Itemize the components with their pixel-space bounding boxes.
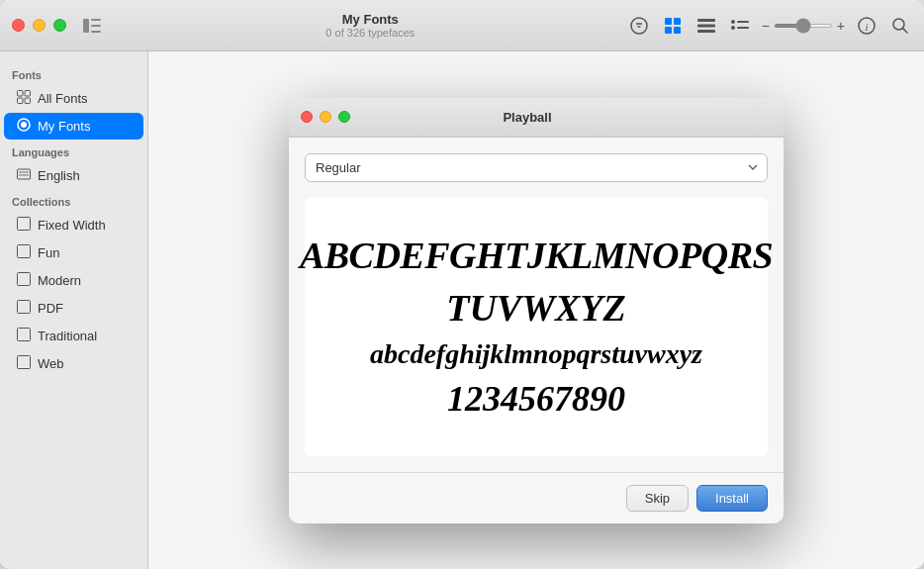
- sidebar-item-english[interactable]: English: [4, 162, 143, 189]
- modal-close-button[interactable]: [301, 111, 313, 123]
- filter-icon[interactable]: [627, 14, 651, 38]
- svg-rect-26: [25, 98, 31, 104]
- traditional-icon: [16, 328, 32, 344]
- fixed-width-label: Fixed Width: [38, 218, 106, 233]
- close-button[interactable]: [12, 19, 25, 32]
- maximize-button[interactable]: [53, 19, 66, 32]
- bullet-list-icon[interactable]: [728, 14, 752, 38]
- web-icon: [16, 355, 32, 372]
- modal-title: Playball: [362, 110, 693, 125]
- title-bar: My Fonts 0 of 326 typefaces: [0, 0, 924, 51]
- svg-rect-34: [18, 273, 31, 286]
- svg-rect-1: [91, 19, 101, 21]
- title-info: My Fonts 0 of 326 typefaces: [114, 12, 627, 39]
- svg-rect-25: [18, 98, 24, 104]
- svg-point-4: [631, 18, 647, 34]
- list-view-icon[interactable]: [694, 14, 718, 38]
- svg-rect-33: [18, 245, 31, 258]
- info-icon[interactable]: i: [855, 14, 878, 38]
- app-title: My Fonts: [342, 12, 399, 27]
- svg-rect-29: [18, 169, 31, 179]
- sidebar-item-my-fonts[interactable]: My Fonts: [4, 113, 143, 140]
- sidebar-item-fun[interactable]: Fun: [4, 239, 143, 266]
- all-fonts-icon: [16, 90, 32, 107]
- all-fonts-label: All Fonts: [38, 91, 88, 106]
- minimize-button[interactable]: [33, 19, 46, 32]
- web-label: Web: [38, 356, 64, 371]
- sidebar-item-pdf[interactable]: PDF: [4, 295, 143, 322]
- preview-line-3: abcdefghijklmnopqrstuvwxyz: [300, 334, 773, 373]
- font-preview: ABCDEFGHTJKLMNOPQRS TUVWXYZ abcdefghijkl…: [305, 198, 768, 456]
- svg-rect-10: [665, 27, 672, 34]
- modal-title-bar: Playball: [289, 98, 784, 138]
- modal-maximize-button[interactable]: [338, 111, 350, 123]
- sidebar-toggle-button[interactable]: [78, 12, 106, 40]
- svg-point-15: [731, 20, 735, 24]
- my-fonts-icon: [16, 118, 32, 135]
- sidebar-item-web[interactable]: Web: [4, 350, 143, 377]
- fonts-section-header: Fonts: [0, 63, 147, 84]
- app-window: My Fonts 0 of 326 typefaces: [0, 0, 924, 569]
- preview-line-1: ABCDEFGHTJKLMNOPQRS: [300, 230, 773, 282]
- svg-rect-9: [674, 18, 681, 25]
- font-install-modal: Playball Regular Bold Italic Bold Italic: [289, 98, 784, 523]
- modern-label: Modern: [38, 273, 81, 288]
- sidebar-item-traditional[interactable]: Traditional: [4, 323, 143, 349]
- svg-rect-36: [18, 329, 31, 341]
- svg-text:i: i: [865, 20, 868, 32]
- preview-line-2: TUVWXYZ: [300, 282, 773, 334]
- svg-rect-14: [697, 30, 715, 33]
- slider-max-label: +: [837, 18, 845, 34]
- main-content: Playball Regular Bold Italic Bold Italic: [148, 51, 924, 569]
- svg-rect-32: [18, 218, 31, 231]
- svg-rect-3: [91, 31, 101, 33]
- my-fonts-label: My Fonts: [38, 119, 90, 134]
- svg-point-28: [21, 122, 27, 128]
- fun-icon: [16, 244, 32, 261]
- fun-label: Fun: [38, 245, 59, 260]
- modal-traffic-lights: [301, 111, 350, 123]
- size-slider-container: − +: [762, 18, 845, 34]
- preview-line-4: 1234567890: [300, 374, 773, 424]
- install-button[interactable]: Install: [696, 485, 768, 512]
- english-icon: [16, 167, 32, 184]
- size-slider[interactable]: [774, 24, 833, 28]
- content-area: Fonts All Fonts: [0, 51, 924, 569]
- svg-rect-35: [18, 301, 31, 314]
- modal-overlay: Playball Regular Bold Italic Bold Italic: [148, 51, 924, 569]
- svg-rect-0: [83, 19, 89, 33]
- fixed-width-icon: [16, 217, 32, 234]
- svg-rect-11: [674, 27, 681, 34]
- svg-rect-23: [18, 91, 24, 97]
- traditional-label: Traditional: [38, 329, 97, 343]
- collections-section-header: Collections: [0, 190, 147, 211]
- search-icon[interactable]: [888, 14, 912, 38]
- english-label: English: [38, 168, 80, 183]
- grid-view-icon[interactable]: [661, 14, 685, 38]
- svg-rect-16: [737, 21, 749, 23]
- pdf-label: PDF: [38, 301, 63, 316]
- svg-rect-8: [665, 18, 672, 25]
- modal-footer: Skip Install: [289, 472, 784, 523]
- slider-min-label: −: [762, 18, 770, 34]
- svg-rect-12: [697, 19, 715, 22]
- sidebar-item-modern[interactable]: Modern: [4, 267, 143, 294]
- svg-line-22: [903, 28, 908, 33]
- pdf-icon: [16, 300, 32, 317]
- skip-button[interactable]: Skip: [626, 485, 689, 512]
- modal-minimize-button[interactable]: [320, 111, 331, 123]
- svg-rect-24: [25, 91, 31, 97]
- svg-rect-2: [91, 25, 101, 27]
- svg-point-17: [731, 26, 735, 30]
- traffic-lights: [12, 19, 66, 32]
- toolbar-actions: − + i: [627, 14, 912, 38]
- sidebar-item-all-fonts[interactable]: All Fonts: [4, 85, 143, 112]
- svg-rect-37: [18, 356, 31, 369]
- font-style-select[interactable]: Regular Bold Italic Bold Italic: [305, 153, 768, 182]
- font-preview-text: ABCDEFGHTJKLMNOPQRS TUVWXYZ abcdefghijkl…: [300, 230, 773, 424]
- sidebar-item-fixed-width[interactable]: Fixed Width: [4, 212, 143, 238]
- svg-rect-18: [737, 27, 749, 29]
- modern-icon: [16, 272, 32, 289]
- subtitle: 0 of 326 typefaces: [325, 27, 415, 39]
- svg-rect-13: [697, 24, 715, 27]
